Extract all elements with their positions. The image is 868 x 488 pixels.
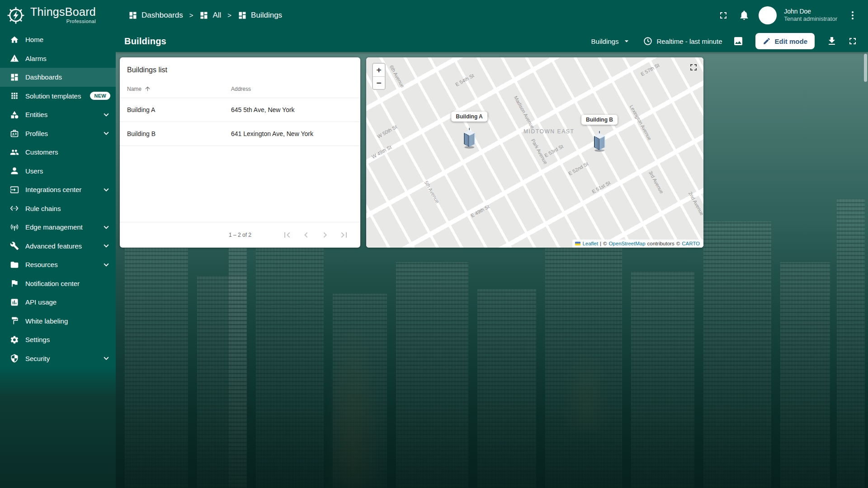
sidebar-item-label: Customers <box>25 148 58 156</box>
sidebar-item-integrations-center[interactable]: Integrations center <box>0 180 116 199</box>
table-row[interactable]: Building B 641 Lexington Ave, New York <box>120 122 360 146</box>
attribution-separator: | <box>600 241 601 246</box>
table-header: Name Address <box>120 80 360 98</box>
sidebar-item-label: Security <box>25 355 50 362</box>
dashboards-icon <box>199 11 208 20</box>
column-header-name[interactable]: Name <box>120 85 231 92</box>
scrollbar[interactable] <box>864 54 867 82</box>
leaflet-link[interactable]: Leaflet <box>582 241 598 246</box>
home-icon <box>10 35 19 44</box>
breadcrumb-dashboards[interactable]: Dashboards <box>128 11 183 20</box>
map-marker-building-b[interactable]: Building B <box>581 115 618 152</box>
next-page-button[interactable] <box>319 229 331 241</box>
sidebar-item-entities[interactable]: Entities <box>0 105 116 124</box>
chevron-down-icon <box>101 185 111 195</box>
avatar[interactable] <box>759 6 777 24</box>
sidebar-item-customers[interactable]: Customers <box>0 143 116 162</box>
image-icon <box>733 36 744 47</box>
user-name: John Doe <box>784 7 837 15</box>
expand-dashboard-button[interactable] <box>844 32 862 50</box>
building-marker-icon <box>591 130 608 152</box>
breadcrumb-buildings[interactable]: Buildings <box>238 11 282 20</box>
breadcrumb-all[interactable]: All <box>199 11 221 20</box>
sidebar-item-rule-chains[interactable]: Rule chains <box>0 199 116 218</box>
dashboards-icon <box>10 73 19 82</box>
zoom-in-button[interactable]: + <box>373 64 385 76</box>
top-bar: Dashboards > All > Buildings <box>116 0 868 30</box>
contributors-text: contributors <box>647 241 675 246</box>
app-root: ThingsBoard Professional Home Alarms Das… <box>0 0 868 488</box>
sidebar-item-users[interactable]: Users <box>0 162 116 181</box>
previous-page-button[interactable] <box>300 229 312 241</box>
buildings-list-card: Buildings list Name Address Building A 6… <box>120 57 360 248</box>
edit-mode-button[interactable]: Edit mode <box>755 33 815 49</box>
sidebar-item-dashboards[interactable]: Dashboards <box>0 68 116 87</box>
column-label: Address <box>231 86 251 92</box>
sidebar-item-home[interactable]: Home <box>0 30 116 49</box>
dashboard-toolbar: Buildings Buildings Realtime - last minu… <box>116 30 868 52</box>
brand-logo[interactable]: ThingsBoard Professional <box>0 0 116 30</box>
shield-icon <box>10 354 19 363</box>
table-row[interactable]: Building A 645 5th Ave, New York <box>120 98 360 122</box>
sidebar-item-label: Resources <box>25 261 58 268</box>
page-title: Buildings <box>124 36 166 47</box>
sidebar-item-white-labeling[interactable]: White labeling <box>0 312 116 331</box>
cell-address: 645 5th Ave, New York <box>231 106 360 113</box>
sidebar-item-notification-center[interactable]: Notification center <box>0 274 116 293</box>
carto-link[interactable]: CARTO <box>682 241 700 246</box>
chevron-down-icon <box>101 241 111 251</box>
zoom-out-button[interactable]: − <box>373 76 385 89</box>
brand-subtitle: Professional <box>30 19 96 24</box>
image-export-button[interactable] <box>729 32 747 50</box>
sidebar-item-advanced-features[interactable]: Advanced features <box>0 237 116 256</box>
sidebar-item-security[interactable]: Security <box>0 349 116 368</box>
sidebar-item-label: Rule chains <box>25 205 61 212</box>
download-icon <box>826 36 837 47</box>
sidebar-item-settings[interactable]: Settings <box>0 330 116 349</box>
sidebar-item-resources[interactable]: Resources <box>0 255 116 274</box>
map-canvas[interactable]: 6th Avenue E 54th St E 57th St Lexington… <box>366 57 703 248</box>
chevron-left-icon <box>301 230 311 240</box>
state-select-value: Buildings <box>591 38 619 45</box>
sidebar: ThingsBoard Professional Home Alarms Das… <box>0 0 116 488</box>
sidebar-item-profiles[interactable]: Profiles <box>0 124 116 143</box>
map-zoom-control: + − <box>372 63 386 90</box>
marker-label: Building A <box>451 112 487 122</box>
folder-icon <box>10 260 19 269</box>
openstreetmap-link[interactable]: OpenStreetMap <box>609 241 645 246</box>
first-page-button[interactable] <box>281 229 293 241</box>
timewindow-button[interactable]: Realtime - last minute <box>638 33 726 49</box>
map-fullscreen-button[interactable] <box>688 62 699 74</box>
sidebar-item-label: Alarms <box>25 55 47 62</box>
user-meta: John Doe Tenant administrator <box>784 7 837 23</box>
chevron-right-icon <box>320 230 330 240</box>
chart-box-icon <box>10 298 19 307</box>
caret-down-icon <box>622 37 631 46</box>
notifications-button[interactable] <box>735 6 753 24</box>
sidebar-item-edge-management[interactable]: Edge management <box>0 218 116 237</box>
sidebar-item-solution-templates[interactable]: Solution templates NEW <box>0 87 116 106</box>
sidebar-item-label: API usage <box>25 298 57 306</box>
sidebar-item-api-usage[interactable]: API usage <box>0 293 116 312</box>
person-icon <box>10 166 19 175</box>
clock-icon <box>643 36 653 46</box>
column-header-address[interactable]: Address <box>231 86 360 92</box>
sidebar-item-label: Advanced features <box>25 242 82 250</box>
map-marker-building-a[interactable]: Building A <box>451 112 487 149</box>
people-icon <box>10 148 19 157</box>
fullscreen-button[interactable] <box>714 6 732 24</box>
person-icon <box>761 10 774 23</box>
dashboard-content: Buildings list Name Address Building A 6… <box>116 52 868 488</box>
kebab-menu-button[interactable] <box>844 6 862 24</box>
apps-grid-icon <box>10 91 19 100</box>
download-button[interactable] <box>823 32 841 50</box>
cell-name: Building B <box>120 130 231 137</box>
dashboard-state-select[interactable]: Buildings <box>587 34 636 48</box>
sidebar-item-alarms[interactable]: Alarms <box>0 49 116 68</box>
last-page-button[interactable] <box>338 229 350 241</box>
chevron-down-icon <box>101 110 111 120</box>
wrench-icon <box>10 241 19 250</box>
chevron-down-icon <box>101 128 111 138</box>
breadcrumb-label: Buildings <box>251 11 282 20</box>
sidebar-item-label: Home <box>25 36 43 43</box>
